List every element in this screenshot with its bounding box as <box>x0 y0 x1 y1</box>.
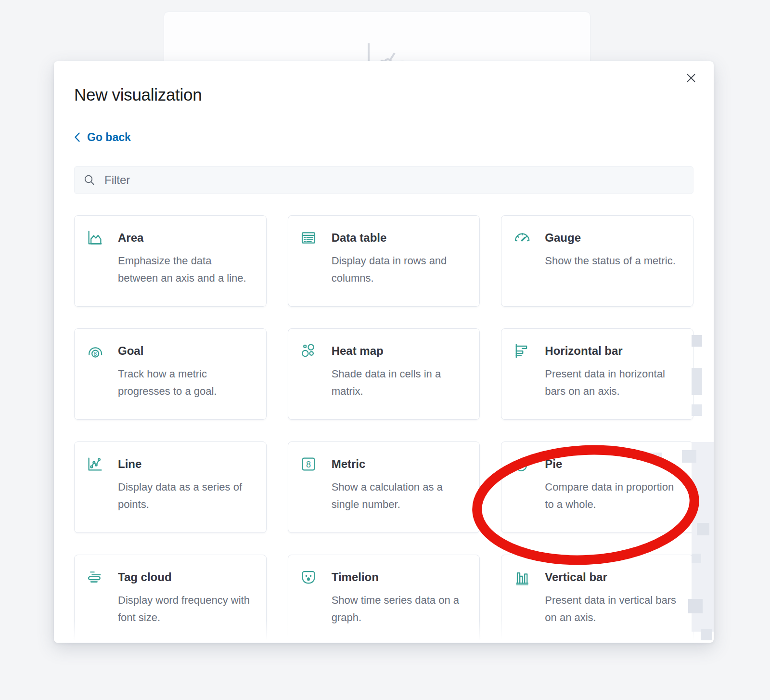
page-title: New visualization <box>74 83 693 106</box>
chevron-left-icon <box>74 132 80 143</box>
line-chart-icon <box>86 454 103 474</box>
vis-type-title: Horizontal bar <box>545 341 681 361</box>
gauge-icon <box>513 228 530 247</box>
vis-type-card-goal[interactable]: 8 Goal Track how a metric progresses to … <box>74 328 267 420</box>
vis-type-description: Display word frequency with font size. <box>118 592 255 626</box>
vis-type-description: Shade data in cells in a matrix. <box>332 365 468 400</box>
metric-icon: 8 <box>300 454 317 474</box>
horizontal-bar-icon <box>513 341 530 361</box>
vis-type-description: Show a calculation as a single number. <box>332 479 468 513</box>
goal-icon: 8 <box>86 341 103 361</box>
vis-type-title: Gauge <box>545 228 681 247</box>
go-back-label: Go back <box>87 130 131 144</box>
area-chart-icon <box>86 228 103 247</box>
vis-type-title: Timelion <box>332 568 468 587</box>
vis-type-card-tag-cloud[interactable]: Tag cloud Display word frequency with fo… <box>74 555 267 643</box>
screen: New visualization Go back Area Emphasize… <box>0 0 770 700</box>
vis-type-title: Tag cloud <box>118 568 255 587</box>
pie-chart-icon <box>513 454 530 474</box>
vis-type-title: Heat map <box>332 341 468 361</box>
new-visualization-modal: New visualization Go back Area Emphasize… <box>54 61 714 643</box>
go-back-link[interactable]: Go back <box>74 130 131 144</box>
vis-type-card-metric[interactable]: 8 Metric Show a calculation as a single … <box>288 441 480 533</box>
svg-text:8: 8 <box>94 350 97 357</box>
vis-type-title: Vertical bar <box>545 568 681 587</box>
vis-type-description: Present data in horizontal bars on an ax… <box>545 365 681 400</box>
close-icon <box>685 72 697 84</box>
tag-cloud-icon <box>86 568 103 587</box>
vis-type-description: Show the status of a metric. <box>545 252 681 270</box>
vis-type-grid: Area Emphasize the data between an axis … <box>74 215 693 643</box>
vis-type-title: Data table <box>332 228 468 247</box>
svg-text:8: 8 <box>306 460 311 469</box>
vis-type-title: Line <box>118 454 255 474</box>
vis-type-card-pie[interactable]: Pie Compare data in proportion to a whol… <box>501 441 693 533</box>
vis-type-description: Emphasize the data between an axis and a… <box>118 252 255 287</box>
heat-map-icon <box>300 341 317 361</box>
vis-type-card-data-table[interactable]: Data table Display data in rows and colu… <box>288 215 480 307</box>
vis-type-card-area[interactable]: Area Emphasize the data between an axis … <box>74 215 267 307</box>
vis-type-card-heat-map[interactable]: Heat map Shade data in cells in a matrix… <box>288 328 480 420</box>
vis-type-title: Area <box>118 228 255 247</box>
filter-box <box>74 166 693 194</box>
vis-type-title: Metric <box>332 454 468 474</box>
vis-type-description: Compare data in proportion to a whole. <box>545 479 681 513</box>
close-button[interactable] <box>685 72 697 84</box>
vis-type-card-timelion[interactable]: Timelion Show time series data on a grap… <box>288 555 480 643</box>
vis-type-title: Goal <box>118 341 255 361</box>
filter-input[interactable] <box>103 173 684 187</box>
timelion-icon <box>300 568 317 587</box>
vis-type-description: Track how a metric progresses to a goal. <box>118 365 255 400</box>
vis-type-card-gauge[interactable]: Gauge Show the status of a metric. <box>501 215 693 307</box>
vis-type-title: Pie <box>545 454 681 474</box>
search-icon <box>83 174 96 186</box>
data-table-icon <box>300 228 317 247</box>
vertical-bar-icon <box>513 568 530 587</box>
vis-type-description: Present data in vertical bars on an axis… <box>545 592 681 626</box>
vis-type-card-vertical-bar[interactable]: Vertical bar Present data in vertical ba… <box>501 555 693 643</box>
vis-type-card-line[interactable]: Line Display data as a series of points. <box>74 441 267 533</box>
vis-type-card-horizontal-bar[interactable]: Horizontal bar Present data in horizonta… <box>501 328 693 420</box>
vis-type-description: Display data in rows and columns. <box>332 252 468 287</box>
vis-type-description: Display data as a series of points. <box>118 479 255 513</box>
vis-type-description: Show time series data on a graph. <box>332 592 468 626</box>
